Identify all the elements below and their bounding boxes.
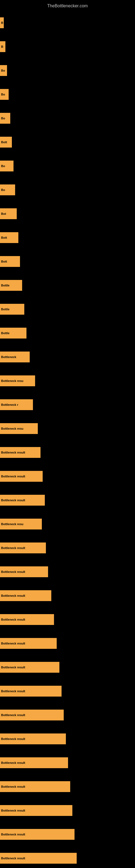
bar-item: Bot	[0, 208, 17, 219]
bar-label: Bottleneck result	[1, 833, 25, 836]
bar-item: Bottle	[0, 328, 27, 339]
bar-item: Bottleneck result	[0, 805, 72, 816]
bar-row: Bottleneck result	[0, 703, 135, 727]
bar-label: Bottleneck result	[1, 713, 25, 717]
bar-label: Bottleneck result	[1, 761, 25, 764]
bar-label: Bott	[1, 260, 7, 263]
site-title: TheBottlenecker.com	[0, 1, 135, 10]
bar-row: Bottleneck	[0, 345, 135, 369]
bar-row: Bottle	[0, 321, 135, 345]
bar-row: Bottleneck resu	[0, 416, 135, 440]
bar-label: Bottleneck result	[1, 642, 25, 645]
bar-row: Bo	[0, 59, 135, 83]
bar-label: Bo	[1, 188, 5, 191]
bar-label: Bo	[1, 93, 5, 96]
bar-row: Bottleneck result	[0, 488, 135, 512]
bar-item: Bottleneck result	[0, 590, 51, 601]
bar-label: B	[1, 45, 3, 48]
bar-item: Bottleneck result	[0, 710, 64, 720]
bar-item: Bottleneck result	[0, 734, 66, 744]
bar-item: Bottleneck result	[0, 638, 57, 649]
bar-row: Bottleneck result	[0, 846, 135, 868]
bar-label: Bott	[1, 141, 7, 144]
bar-item: Bottleneck	[0, 351, 30, 362]
bar-label: Bottleneck resu	[1, 522, 24, 526]
bar-item: Bottleneck result	[0, 662, 59, 673]
bar-label: Bottle	[1, 308, 9, 311]
bar-label: Bottleneck r	[1, 403, 18, 406]
bar-label: Bot	[1, 212, 6, 215]
bar-item: Bo	[0, 89, 9, 100]
bar-row: Bottleneck result	[0, 631, 135, 655]
bar-item: Bottle	[0, 280, 22, 291]
bar-label: Bottleneck result	[1, 665, 25, 669]
bar-row: Bottleneck result	[0, 799, 135, 823]
bar-row: B	[0, 35, 135, 59]
bar-row: Bott	[0, 226, 135, 250]
bar-item: Bottleneck resu	[0, 375, 35, 386]
bar-row: Bottleneck result	[0, 823, 135, 846]
bar-label: Bottleneck result	[1, 785, 25, 788]
bar-label: Bottleneck result	[1, 475, 25, 478]
bar-row: Bottleneck result	[0, 560, 135, 584]
bar-item: Bottleneck result	[0, 447, 41, 458]
bar-row: Bo	[0, 106, 135, 130]
bar-row: Bottleneck r	[0, 393, 135, 416]
bar-row: Bottleneck result	[0, 679, 135, 703]
bar-label: Bottleneck result	[1, 499, 25, 502]
bar-item: Bo	[0, 184, 15, 195]
bar-item: Bo	[0, 113, 10, 124]
bar-item: Bottle	[0, 304, 24, 315]
bar-label: Bottleneck resu	[1, 427, 24, 430]
bar-label: Bottleneck result	[1, 546, 25, 550]
bar-row: Bottleneck result	[0, 584, 135, 608]
bar-row: Bo	[0, 83, 135, 106]
bar-row: Bott	[0, 130, 135, 154]
bar-item: B	[0, 41, 5, 52]
bar-label: Bo	[1, 164, 5, 167]
bar-item: Bottleneck result	[0, 829, 75, 840]
bar-label: Bottleneck result	[1, 737, 25, 741]
bar-item: Bo	[0, 161, 13, 172]
bar-item: Bottleneck result	[0, 471, 43, 482]
bar-item: Bottleneck result	[0, 566, 48, 577]
bar-row: Bottleneck result	[0, 536, 135, 560]
bar-row: Bo	[0, 154, 135, 178]
bar-item: Bottleneck result	[0, 853, 77, 864]
bar-row: Bottleneck result	[0, 464, 135, 488]
bar-label: B	[1, 21, 3, 24]
bar-label: Bottleneck result	[1, 570, 25, 574]
bar-item: Bott	[0, 232, 18, 243]
bar-row: Bottle	[0, 297, 135, 321]
bar-label: Bottleneck resu	[1, 379, 24, 382]
bar-row: Bott	[0, 250, 135, 273]
bars-container: BBBoBoBoBottBoBoBotBottBottBottleBottleB…	[0, 11, 135, 868]
bar-label: Bottleneck result	[1, 809, 25, 812]
bar-item: Bottleneck r	[0, 399, 33, 410]
bar-label: Bottle	[1, 332, 9, 335]
bar-item: Bottleneck resu	[0, 423, 38, 434]
bar-row: Bottleneck resu	[0, 512, 135, 536]
bar-label: Bo	[1, 117, 5, 120]
bar-item: Bottleneck result	[0, 495, 45, 506]
bar-label: Bottleneck	[1, 355, 16, 359]
bar-item: Bo	[0, 65, 7, 76]
bar-label: Bottleneck result	[1, 689, 25, 693]
bar-label: Bottleneck result	[1, 594, 25, 597]
bar-row: Bottleneck resu	[0, 369, 135, 393]
bar-row: Bottleneck result	[0, 727, 135, 751]
bar-item: Bottleneck result	[0, 781, 70, 792]
bar-item: Bottleneck result	[0, 757, 68, 768]
bar-item: Bott	[0, 256, 20, 267]
bar-row: Bottleneck result	[0, 775, 135, 799]
bar-row: Bottleneck result	[0, 655, 135, 679]
bar-label: Bottleneck result	[1, 857, 25, 860]
bar-item: Bottleneck result	[0, 686, 61, 696]
bar-item: Bottleneck result	[0, 614, 54, 625]
bar-item: Bottleneck resu	[0, 519, 42, 529]
bar-label: Bott	[1, 236, 7, 239]
bar-label: Bottleneck result	[1, 618, 25, 621]
bar-item: Bottleneck result	[0, 542, 46, 553]
bar-label: Bo	[1, 69, 5, 72]
bar-row: Bottleneck result	[0, 440, 135, 464]
